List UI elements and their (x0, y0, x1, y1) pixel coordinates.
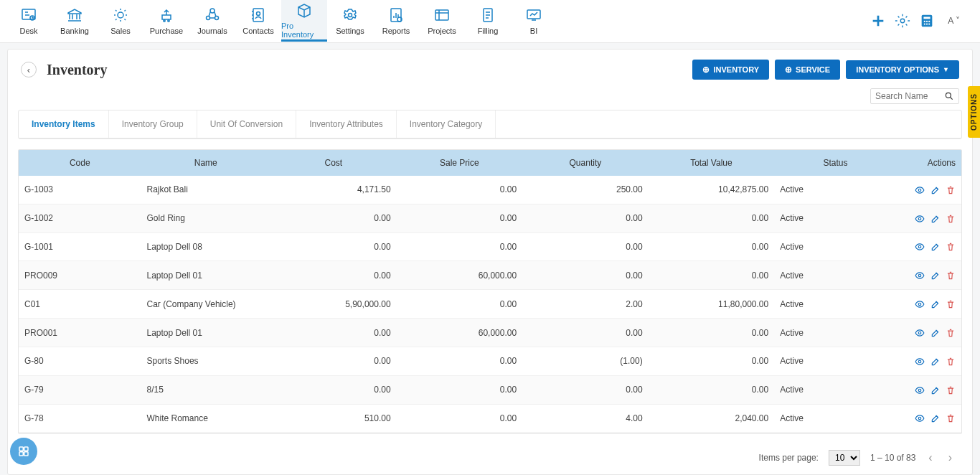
tab-inventory-category[interactable]: Inventory Category (397, 110, 496, 138)
view-icon[interactable] (915, 299, 925, 309)
cell-actions (897, 176, 961, 204)
prev-page-button[interactable]: ‹ (925, 451, 935, 464)
edit-icon[interactable] (930, 214, 941, 224)
col-status[interactable]: Status (774, 150, 897, 176)
page-size-select[interactable]: 10 (829, 450, 860, 466)
add-service-button[interactable]: ⊕SERVICE (775, 60, 840, 80)
apps-fab[interactable] (10, 438, 37, 465)
edit-icon[interactable] (930, 385, 941, 395)
cell-total: 0.00 (649, 319, 775, 347)
col-sale[interactable]: Sale Price (397, 150, 523, 176)
cell-total: 10,42,875.00 (649, 176, 775, 204)
delete-icon[interactable] (946, 357, 956, 367)
view-icon[interactable] (915, 185, 925, 195)
inventory-icon (296, 1, 313, 19)
nav-settings[interactable]: Settings (327, 0, 373, 42)
search-input[interactable] (875, 91, 940, 101)
tab-inventory-group[interactable]: Inventory Group (109, 110, 197, 138)
tab-inventory-items[interactable]: Inventory Items (19, 110, 109, 138)
options-side-tab[interactable]: OPTIONS (968, 86, 980, 138)
svg-rect-36 (19, 447, 23, 451)
edit-icon[interactable] (930, 185, 941, 195)
cell-code: G-78 (19, 404, 141, 433)
view-icon[interactable] (915, 357, 925, 367)
back-button[interactable]: ‹ (21, 62, 37, 77)
view-icon[interactable] (915, 271, 925, 281)
nav-contacts[interactable]: Contacts (235, 0, 281, 42)
svg-point-20 (926, 21, 928, 22)
nav-pro-inventory[interactable]: Pro Inventory (281, 0, 327, 42)
cell-status: Active (774, 433, 897, 434)
delete-icon[interactable] (946, 214, 956, 224)
table-row: G-77 Silver Needle 6.83 0.00 800.00 5,46… (19, 433, 961, 434)
nav-projects[interactable]: Projects (419, 0, 465, 42)
nav-filling[interactable]: Filling (465, 0, 511, 42)
tab-inventory-attributes[interactable]: Inventory Attributes (296, 110, 397, 138)
next-page-button[interactable]: › (946, 451, 955, 464)
inventory-table: Code Name Cost Sale Price Quantity Total… (19, 150, 961, 434)
col-name[interactable]: Name (141, 150, 271, 176)
add-inventory-button[interactable]: ⊕INVENTORY (692, 60, 769, 80)
col-total[interactable]: Total Value (649, 150, 775, 176)
table-row: G-80 Sports Shoes 0.00 0.00 (1.00) 0.00 … (19, 347, 961, 375)
top-nav: Desk Banking Sales Purchase Journals Con… (0, 0, 980, 43)
nav-banking[interactable]: Banking (52, 0, 98, 42)
delete-icon[interactable] (946, 299, 956, 309)
paginator: Items per page: 10 1 – 10 of 83 ‹ › (8, 444, 972, 474)
inventory-options-button[interactable]: INVENTORY OPTIONS ▼ (846, 60, 959, 79)
edit-icon[interactable] (930, 242, 941, 252)
table-row: C01 Car (Company Vehicle) 5,90,000.00 0.… (19, 290, 961, 319)
gear-icon[interactable] (895, 13, 910, 29)
cell-status: Active (774, 347, 897, 375)
view-icon[interactable] (915, 242, 925, 252)
cell-cost: 4,171.50 (270, 176, 397, 204)
svg-point-9 (257, 12, 260, 16)
delete-icon[interactable] (946, 242, 956, 252)
delete-icon[interactable] (946, 385, 956, 395)
cell-actions (897, 261, 961, 290)
nav-purchase[interactable]: Purchase (143, 0, 189, 42)
delete-icon[interactable] (946, 185, 956, 195)
calculator-icon[interactable] (919, 13, 935, 29)
cell-cost: 5,90,000.00 (270, 290, 397, 319)
cell-total: 11,80,000.00 (649, 290, 775, 319)
cell-status: Active (774, 290, 897, 319)
cell-cost: 0.00 (270, 261, 397, 290)
cell-sale: 0.00 (397, 204, 523, 232)
plus-icon[interactable] (870, 13, 886, 29)
nav-sales[interactable]: Sales (98, 0, 143, 42)
nav-desk[interactable]: Desk (6, 0, 52, 42)
delete-icon[interactable] (946, 328, 956, 338)
view-icon[interactable] (915, 214, 925, 224)
edit-icon[interactable] (930, 271, 941, 281)
table-row: G-1002 Gold Ring 0.00 0.00 0.00 0.00 Act… (19, 204, 961, 232)
nav-journals[interactable]: Journals (189, 0, 235, 42)
plus-circle-icon: ⊕ (785, 65, 792, 75)
cell-code: G-80 (19, 347, 141, 375)
view-icon[interactable] (915, 328, 925, 338)
tab-unit-conversion[interactable]: Unit Of Conversion (197, 110, 296, 138)
svg-point-26 (919, 189, 922, 192)
edit-icon[interactable] (930, 328, 941, 338)
col-qty[interactable]: Quantity (522, 150, 649, 176)
view-icon[interactable] (915, 413, 925, 423)
cell-qty: 2.00 (522, 290, 649, 319)
col-cost[interactable]: Cost (270, 150, 397, 176)
edit-icon[interactable] (930, 413, 941, 423)
edit-icon[interactable] (930, 357, 941, 367)
settings-icon (341, 6, 359, 24)
sales-icon (112, 6, 129, 24)
view-icon[interactable] (915, 385, 925, 395)
col-code[interactable]: Code (19, 150, 141, 176)
delete-icon[interactable] (946, 413, 956, 423)
delete-icon[interactable] (946, 271, 956, 281)
svg-point-23 (926, 23, 928, 24)
search-icon[interactable] (944, 91, 954, 101)
cell-status: Active (774, 176, 897, 204)
user-menu[interactable]: A ˅ (943, 13, 964, 29)
nav-bi[interactable]: BI (511, 0, 557, 42)
cell-sale: 0.00 (397, 404, 523, 433)
cell-sale: 0.00 (397, 232, 523, 261)
edit-icon[interactable] (930, 299, 941, 309)
nav-reports[interactable]: Reports (373, 0, 419, 42)
